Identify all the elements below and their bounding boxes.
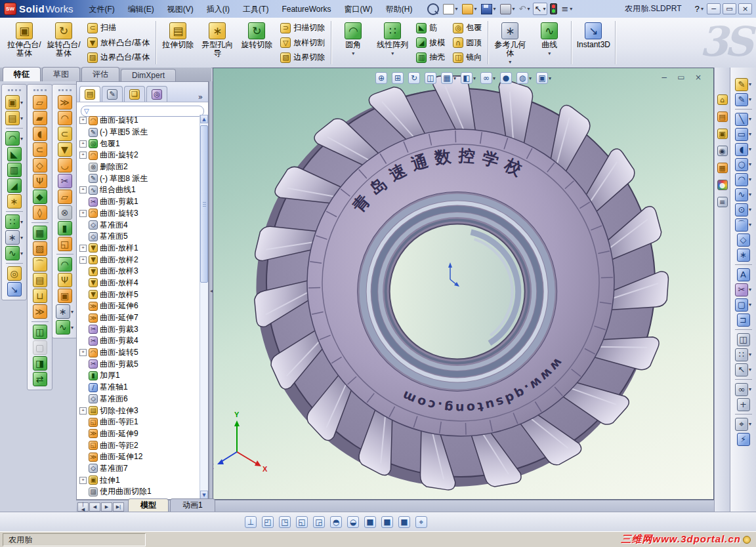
offset-entities-button[interactable]: ⊐ (736, 312, 751, 327)
graphics-viewport[interactable]: 青岛速通数控学校 www.qdsutong.com (213, 68, 714, 500)
view-palette-button[interactable]: ▦ (717, 162, 728, 174)
rotate-view-button[interactable]: ↻ (408, 71, 421, 85)
extruded-surface-button[interactable]: ▰ (32, 110, 48, 126)
extrude-boss-button[interactable]: ▣▾ (5, 94, 24, 110)
hide-show-items-button[interactable]: ∞▾ (480, 71, 496, 85)
menu-item[interactable]: 插入(I) (200, 1, 236, 18)
rapid-sketch-button[interactable]: ⚡ (736, 432, 751, 447)
wrap-button[interactable]: ◎ (7, 266, 22, 281)
shell-button[interactable]: ▥抽壳 (414, 51, 447, 64)
tree-item[interactable]: ∕基准轴1 (79, 382, 200, 394)
file-explorer-button[interactable]: ▣ (717, 128, 728, 140)
boundary-surface-button[interactable]: ◡ (57, 157, 73, 173)
replace-face-button[interactable]: ◆ (32, 189, 48, 205)
expand-icon[interactable]: + (79, 256, 87, 264)
menu-item[interactable]: 文件(F) (82, 1, 121, 18)
tree-item[interactable]: ▼曲面-放样4 (79, 277, 200, 289)
mid-surface-button[interactable]: ▤ (32, 272, 48, 288)
curves-button[interactable]: ∿曲线▾ (530, 20, 568, 66)
loft-surface-button[interactable]: ▼ (57, 142, 73, 157)
circle-button[interactable]: ○▾ (734, 157, 752, 172)
thicken-button[interactable]: ▮ (57, 220, 73, 236)
command-tab[interactable]: 评估 (81, 67, 119, 81)
rectangle-button[interactable]: ▭▾ (734, 127, 752, 142)
view-selector-button[interactable]: ⌖ (415, 516, 428, 529)
menu-item[interactable]: FeatureWorks (275, 1, 337, 18)
expand-icon[interactable]: + (79, 407, 87, 415)
search-button[interactable] (426, 2, 440, 16)
join-bodies-button[interactable]: ▢ (32, 340, 48, 355)
move-copy-body-button[interactable]: ⇄ (32, 371, 48, 387)
untrim-surface-button[interactable]: ◊ (32, 205, 48, 220)
close-button[interactable]: × (692, 72, 704, 82)
menu-item[interactable]: 窗口(W) (338, 1, 379, 18)
flatten-surface-button[interactable]: ⊔ (32, 288, 48, 304)
tree-item[interactable]: ≫曲面-延伸6 (79, 300, 200, 312)
tree-item[interactable]: ⊗删除面2 (79, 161, 200, 173)
apply-scene-button[interactable]: ◍▾ (516, 71, 532, 85)
arc-button[interactable]: ◠▾ (734, 172, 752, 187)
draft-button[interactable]: ◢拔模 (414, 37, 447, 49)
line-button[interactable]: ╲▾ (734, 111, 752, 127)
curves-button[interactable]: ∿▾ (5, 245, 24, 261)
tree-item[interactable]: +▼曲面-放样2 (79, 254, 200, 266)
tree-item[interactable]: ◇基准面6 (79, 394, 200, 405)
rebuild-button[interactable] (549, 2, 558, 16)
trim-entities-button[interactable]: ✂▾ (734, 282, 752, 297)
tree-item[interactable]: ✂曲面-剪裁4 (79, 335, 200, 347)
curves-button[interactable]: ∿▾ (55, 319, 74, 335)
search-button[interactable]: ◉ (717, 145, 728, 157)
fillet-surface-button[interactable]: ◠ (57, 256, 73, 272)
minimize-button[interactable]: − (658, 72, 670, 82)
reference-geometry-button[interactable]: ∗参考几何体▾ (491, 20, 529, 66)
hole-wizard-button[interactable]: ∗异型孔向导 (198, 20, 236, 66)
revolved-surface-button[interactable]: ◖ (32, 126, 48, 142)
extrude-cut-button[interactable]: ▤拉伸切除 (159, 20, 197, 66)
extend-surface-button[interactable]: ≫ (32, 304, 48, 319)
planar-surface-button[interactable]: ▱ (32, 94, 48, 110)
revolve-cut-button[interactable]: ↻旋转切除 (238, 20, 276, 66)
menu-item[interactable]: 视图(V) (161, 1, 200, 18)
tree-item[interactable]: +∿组合曲线1 (79, 184, 200, 196)
last-frame-button[interactable]: ▶| (113, 502, 124, 512)
dome-button[interactable]: ∩圆顶 (451, 37, 484, 49)
filled-surface-button[interactable]: ▨ (32, 241, 48, 256)
wrap-button[interactable]: ◎包覆 (451, 22, 484, 34)
restore-button[interactable]: ▭ (675, 72, 687, 82)
options-button[interactable]: ≡▾ (560, 3, 574, 14)
tree-item[interactable]: +◠曲面-旋转3 (79, 208, 200, 220)
propertymanager-tab[interactable]: ✎ (102, 86, 123, 102)
menu-item[interactable]: 工具(T) (236, 1, 275, 18)
ellipse-button[interactable]: ⊙▾ (734, 202, 752, 217)
mirror-entities-button[interactable]: ◫ (736, 332, 751, 347)
view-isometric-button[interactable]: ■ (364, 516, 377, 529)
tree-item[interactable]: ▨使用曲面切除1 (79, 486, 200, 498)
loft-cut-button[interactable]: ▽放样切割 (278, 37, 327, 49)
command-tab[interactable]: 特征 (3, 67, 41, 82)
undo-button[interactable]: ↶▾ (518, 3, 532, 14)
rib-button[interactable]: ◣ (7, 146, 22, 162)
expand-icon[interactable]: + (79, 186, 87, 193)
view-front-button[interactable]: ◰ (261, 516, 274, 529)
expand-icon[interactable]: + (79, 477, 87, 484)
tree-item[interactable]: ◇基准面4 (79, 219, 200, 231)
tree-item[interactable]: ✂曲面-剪裁3 (79, 323, 200, 335)
swept-surface-button[interactable]: ⊂ (32, 142, 48, 157)
fillet-button[interactable]: ◠圆角▾ (334, 20, 372, 66)
split-bodies-button[interactable]: ◨ (32, 355, 48, 371)
featuremanager-overflow[interactable]: » (196, 92, 205, 102)
minimize-button[interactable]: − (707, 3, 721, 14)
combine-bodies-button[interactable]: ◫ (32, 324, 48, 340)
expand-icon[interactable]: + (79, 245, 87, 252)
tree-item[interactable]: ✂曲面-剪裁1 (79, 196, 200, 208)
spline-button[interactable]: ∿▾ (734, 187, 752, 202)
menu-item[interactable]: 编辑(E) (121, 1, 161, 18)
tree-item[interactable]: +◎包覆1 (79, 138, 200, 150)
view-orientation-button[interactable]: ▦▾ (440, 71, 457, 85)
tree-item[interactable]: ✂曲面-剪裁5 (79, 358, 200, 370)
sketch-fillet-button[interactable]: ⌒▾ (734, 217, 752, 232)
delete-face-button[interactable]: ⊗ (57, 205, 73, 220)
linear-pattern-button[interactable]: ∷线性阵列▾ (373, 20, 411, 66)
open-button[interactable]: ▾ (461, 3, 478, 16)
draft-button[interactable]: ◢ (7, 178, 22, 193)
